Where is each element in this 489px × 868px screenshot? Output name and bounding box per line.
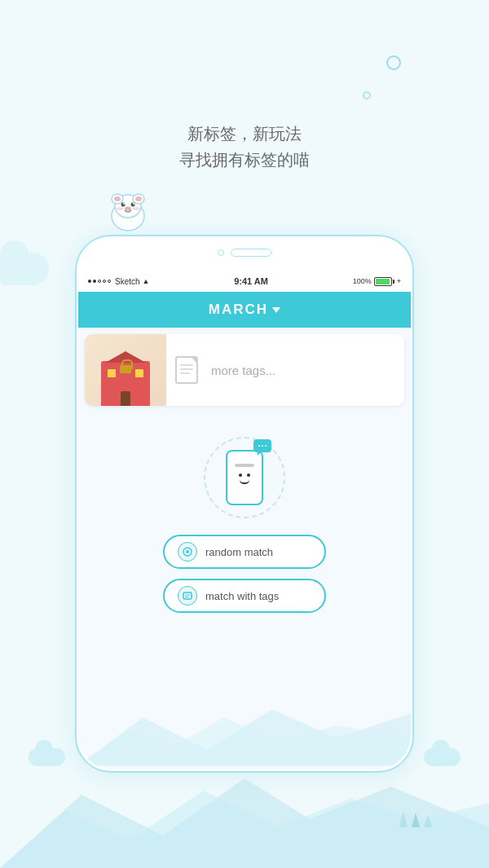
building-door xyxy=(121,391,130,406)
power-button xyxy=(412,359,414,399)
more-tags-text: more tags... xyxy=(207,364,275,377)
signal-strength xyxy=(88,280,111,283)
phone-screen: Sketch ▲ 9:41 AM 100% + MARCH xyxy=(78,271,411,769)
phone-speaker xyxy=(231,249,271,257)
svg-point-11 xyxy=(117,207,123,210)
bg-decoration-circle-small xyxy=(363,91,371,99)
phone-top-bar-detail xyxy=(235,464,254,467)
dropdown-arrow-icon[interactable] xyxy=(272,307,280,313)
document-icon xyxy=(175,356,198,384)
app-header: MARCH xyxy=(78,292,411,328)
match-tags-icon xyxy=(178,586,197,606)
building-illustration xyxy=(101,361,150,406)
carrier-info: Sketch ▲ xyxy=(88,277,150,286)
random-match-label: random match xyxy=(205,546,273,558)
building-window-right xyxy=(135,369,143,377)
battery-area: 100% + xyxy=(353,277,401,286)
match-buttons: random match match with tags xyxy=(163,535,326,613)
building-window-left xyxy=(108,369,116,377)
signal-dot-4 xyxy=(103,280,106,283)
bg-cloud-left xyxy=(0,253,49,285)
title-line2: 寻找拥有标签的喵 xyxy=(0,147,489,173)
speech-bubble xyxy=(253,439,271,452)
wifi-icon: ▲ xyxy=(143,277,150,285)
signal-dot-2 xyxy=(93,280,96,283)
match-tags-label: match with tags xyxy=(205,590,279,602)
lock-icon xyxy=(120,365,131,373)
svg-rect-15 xyxy=(183,593,192,599)
app-name: MARCH xyxy=(209,302,268,318)
face-eyes xyxy=(239,474,250,477)
volume-down-button xyxy=(75,379,77,408)
phone-mockup: Sketch ▲ 9:41 AM 100% + MARCH xyxy=(75,235,414,773)
tags-illustration xyxy=(85,334,166,406)
svg-point-6 xyxy=(121,203,126,207)
battery-percent: 100% xyxy=(353,277,372,285)
phone-notch-area xyxy=(218,249,271,257)
match-with-tags-button[interactable]: match with tags xyxy=(163,579,326,613)
bg-decoration-circle-large xyxy=(386,55,401,70)
svg-point-8 xyxy=(123,203,125,205)
tags-banner[interactable]: more tags... xyxy=(85,334,404,406)
status-time: 9:41 AM xyxy=(150,276,353,286)
random-match-button[interactable]: random match xyxy=(163,535,326,569)
svg-point-14 xyxy=(186,550,189,553)
svg-point-7 xyxy=(131,203,135,207)
hero-title: 新标签，新玩法 寻找拥有标签的喵 xyxy=(0,121,489,173)
svg-marker-19 xyxy=(78,717,411,765)
phone-mountain-bg xyxy=(78,701,411,769)
doc-area xyxy=(166,334,207,406)
charging-icon: + xyxy=(397,277,401,285)
match-phone-body xyxy=(226,450,263,505)
match-phone-circle xyxy=(204,437,285,518)
app-title-area: MARCH xyxy=(209,302,280,318)
random-match-icon xyxy=(178,542,197,562)
status-bar: Sketch ▲ 9:41 AM 100% + xyxy=(78,271,411,292)
phone-dot-indicator xyxy=(218,249,224,256)
signal-dot-5 xyxy=(108,280,111,283)
phone-face xyxy=(233,474,256,491)
face-mouth xyxy=(240,480,249,484)
face-eye-right xyxy=(247,474,250,477)
signal-dot-1 xyxy=(88,280,91,283)
svg-point-5 xyxy=(135,196,142,201)
svg-point-10 xyxy=(125,207,131,211)
bear-mascot xyxy=(106,192,151,232)
battery-icon xyxy=(374,277,394,286)
signal-dot-3 xyxy=(98,280,101,283)
volume-up-button xyxy=(75,342,77,371)
title-line1: 新标签，新玩法 xyxy=(0,121,489,147)
carrier-name: Sketch xyxy=(115,277,140,286)
face-eye-left xyxy=(239,474,242,477)
svg-point-3 xyxy=(114,196,121,201)
svg-point-9 xyxy=(133,203,134,205)
screen-content: random match match with tags xyxy=(78,412,411,621)
match-illustration xyxy=(204,433,285,522)
svg-point-12 xyxy=(133,207,139,210)
